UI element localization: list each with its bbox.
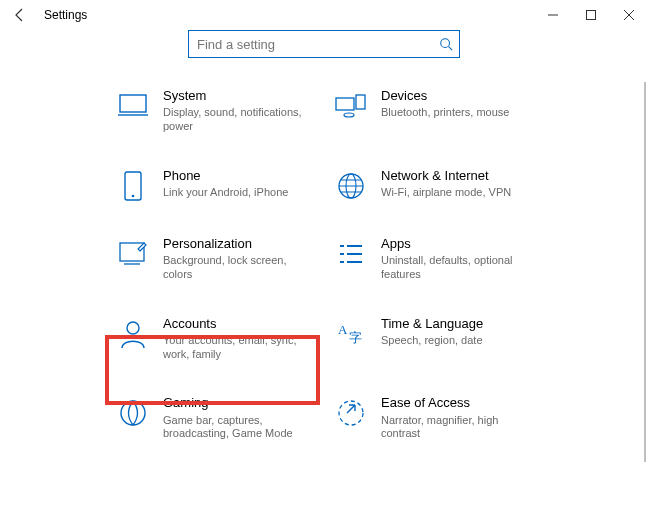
category-time-language[interactable]: A字 Time & Language Speech, region, date [333,312,533,366]
devices-icon [335,90,367,122]
search-box[interactable] [188,30,460,58]
close-icon [624,10,634,20]
svg-point-1 [441,39,450,48]
svg-rect-4 [356,95,365,109]
category-title: Ease of Access [381,395,531,411]
category-title: Apps [381,236,531,252]
maximize-icon [586,10,596,20]
back-button[interactable] [0,7,40,23]
close-button[interactable] [610,0,648,30]
svg-rect-10 [120,243,144,261]
category-title: System [163,88,313,104]
category-devices[interactable]: Devices Bluetooth, printers, mouse [333,84,533,138]
category-gaming[interactable]: Gaming Game bar, captures, broadcasting,… [115,391,315,445]
svg-point-11 [127,322,139,334]
personalization-icon [117,238,149,270]
arrow-left-icon [12,7,28,23]
category-ease-of-access[interactable]: Ease of Access Narrator, magnifier, high… [333,391,533,445]
svg-text:字: 字 [349,330,362,345]
category-phone[interactable]: Phone Link your Android, iPhone [115,164,315,206]
category-subtitle: Background, lock screen, colors [163,254,313,282]
window-title: Settings [44,8,87,22]
categories-grid: System Display, sound, notifications, po… [0,84,648,445]
accounts-icon [117,318,149,350]
system-icon [117,90,149,122]
category-subtitle: Speech, region, date [381,334,483,348]
category-personalization[interactable]: Personalization Background, lock screen,… [115,232,315,286]
category-subtitle: Bluetooth, printers, mouse [381,106,509,120]
globe-icon [335,170,367,202]
category-subtitle: Wi-Fi, airplane mode, VPN [381,186,511,200]
svg-rect-2 [120,95,146,112]
category-title: Personalization [163,236,313,252]
svg-rect-0 [587,11,596,20]
category-title: Devices [381,88,509,104]
category-network[interactable]: Network & Internet Wi-Fi, airplane mode,… [333,164,533,206]
category-system[interactable]: System Display, sound, notifications, po… [115,84,315,138]
time-language-icon: A字 [335,318,367,350]
category-title: Network & Internet [381,168,511,184]
minimize-button[interactable] [534,0,572,30]
category-subtitle: Narrator, magnifier, high contrast [381,414,531,442]
titlebar: Settings [0,0,648,30]
category-title: Time & Language [381,316,483,332]
category-title: Phone [163,168,288,184]
category-subtitle: Your accounts, email, sync, work, family [163,334,313,362]
window-controls [534,0,648,30]
svg-point-7 [132,194,135,197]
category-subtitle: Link your Android, iPhone [163,186,288,200]
svg-point-5 [344,113,354,117]
category-title: Accounts [163,316,313,332]
category-apps[interactable]: Apps Uninstall, defaults, optional featu… [333,232,533,286]
gaming-icon [117,397,149,429]
svg-rect-3 [336,98,354,110]
svg-point-14 [121,401,145,425]
category-subtitle: Game bar, captures, broadcasting, Game M… [163,414,313,442]
phone-icon [117,170,149,202]
maximize-button[interactable] [572,0,610,30]
category-subtitle: Display, sound, notifications, power [163,106,313,134]
search-input[interactable] [189,37,433,52]
category-subtitle: Uninstall, defaults, optional features [381,254,531,282]
category-accounts[interactable]: Accounts Your accounts, email, sync, wor… [115,312,315,366]
minimize-icon [548,10,558,20]
apps-icon [335,238,367,270]
category-title: Gaming [163,395,313,411]
search-icon [433,37,459,51]
ease-of-access-icon [335,397,367,429]
svg-text:A: A [338,322,348,337]
vertical-scrollbar[interactable] [644,82,646,462]
